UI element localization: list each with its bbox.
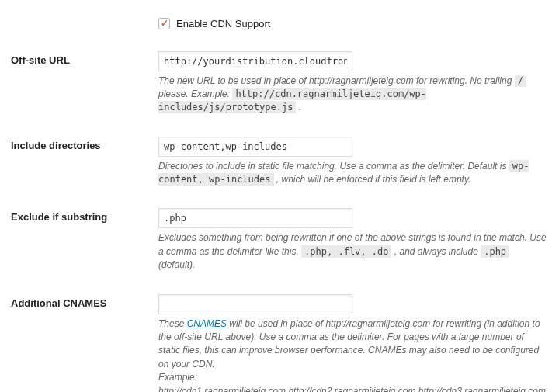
exclude-input[interactable] [158,208,352,228]
cnames-input[interactable] [158,294,352,314]
offsite-url-label: Off-site URL [11,40,158,126]
exclude-description: Excludes something from being rewritten … [158,231,548,272]
offsite-url-description: The new URL to be used in place of http:… [158,75,548,115]
cnames-description: These CNAMES will be used in place of ht… [158,317,548,392]
enable-cdn-checkbox[interactable]: Enable CDN Support [158,18,270,29]
cnames-link[interactable]: CNAMES [187,318,227,329]
cnames-label: Additional CNAMES [11,283,158,392]
enable-cdn-label: Enable CDN Support [176,18,270,29]
include-dirs-description: Directories to include in static file ma… [158,160,548,187]
exclude-label: Exclude if substring [11,197,158,283]
include-dirs-label: Include directories [11,126,158,198]
checkbox-icon [158,18,170,29]
offsite-url-input[interactable] [158,51,352,71]
include-dirs-input[interactable] [158,137,352,157]
